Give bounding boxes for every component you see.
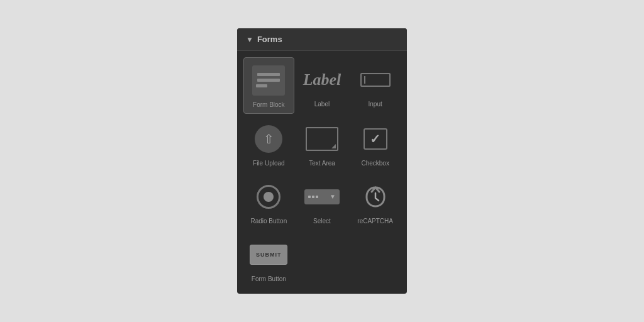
radio-button-item[interactable]: Radio Button <box>243 174 294 230</box>
recaptcha-label: reCAPTCHA <box>357 218 393 225</box>
input-item[interactable]: Input <box>350 57 401 114</box>
panel-title: Forms <box>257 35 282 44</box>
file-upload-label: File Upload <box>253 160 285 167</box>
input-icon <box>357 62 394 97</box>
file-upload-item[interactable]: ⇧ File Upload <box>243 116 294 172</box>
select-label: Select <box>313 218 331 225</box>
checkbox-item[interactable]: ✓ Checkbox <box>350 116 401 172</box>
panel-header: ▼ Forms <box>237 28 407 51</box>
checkbox-label: Checkbox <box>361 160 389 167</box>
form-button-icon: SUBMIT <box>250 237 287 272</box>
form-block-icon <box>250 63 287 97</box>
radio-button-icon <box>250 179 287 214</box>
radio-button-label: Radio Button <box>250 218 287 225</box>
label-label: Label <box>314 101 330 108</box>
select-icon: ▼ <box>303 179 341 214</box>
forms-panel: ▼ Forms Form Block Label Label <box>237 28 407 294</box>
form-block-label: Form Block <box>253 101 285 108</box>
label-item[interactable]: Label Label <box>297 57 348 114</box>
form-block-item[interactable]: Form Block <box>243 57 294 114</box>
label-icon: Label <box>303 62 341 97</box>
recaptcha-item[interactable]: reCAPTCHA <box>350 174 401 230</box>
checkbox-icon: ✓ <box>357 121 394 156</box>
collapse-arrow-icon[interactable]: ▼ <box>246 35 253 44</box>
file-upload-icon: ⇧ <box>250 121 287 156</box>
form-button-item[interactable]: SUBMIT Form Button <box>243 232 294 287</box>
text-area-icon <box>303 121 341 156</box>
text-area-item[interactable]: Text Area <box>297 116 348 172</box>
select-item[interactable]: ▼ Select <box>297 174 348 230</box>
form-button-label: Form Button <box>252 275 286 282</box>
input-label: Input <box>369 101 382 108</box>
text-area-label: Text Area <box>309 160 335 167</box>
recaptcha-icon <box>357 179 394 214</box>
components-grid: Form Block Label Label Input ⇧ <box>237 51 407 294</box>
